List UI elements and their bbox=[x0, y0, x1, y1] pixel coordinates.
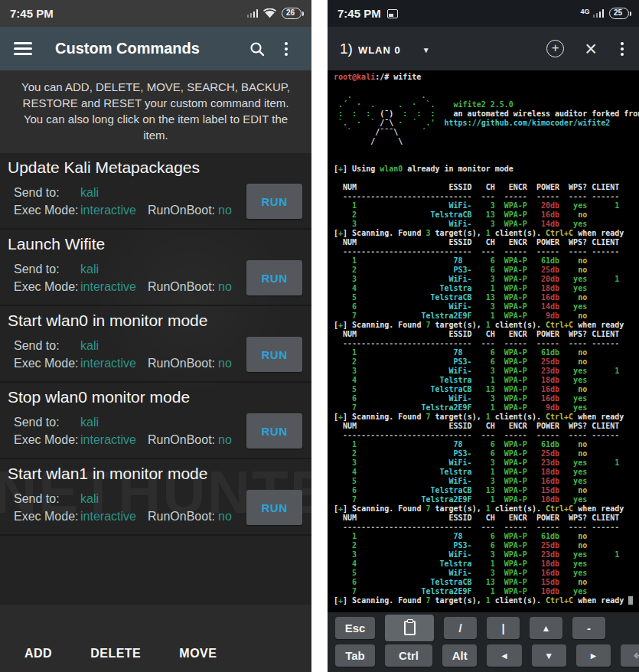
key-enter[interactable]: ↵ bbox=[621, 644, 639, 667]
key-paste[interactable] bbox=[385, 615, 434, 641]
run-button[interactable]: RUN bbox=[246, 337, 302, 372]
command-item[interactable]: Start wlan0 in monitor modeSend to:kaliE… bbox=[0, 306, 311, 383]
key-arrow-right[interactable]: ► bbox=[576, 644, 611, 667]
command-title: Start wlan1 in monitor mode bbox=[8, 465, 311, 483]
key-alt[interactable]: Alt bbox=[442, 644, 477, 667]
field-value-send-to: kali bbox=[80, 263, 148, 276]
search-icon[interactable] bbox=[246, 38, 269, 60]
close-session-icon[interactable]: × bbox=[585, 40, 597, 58]
signal-icon bbox=[593, 9, 605, 18]
terminal-line: 5 WiFi- 3 WPA-P 16db yes bbox=[334, 477, 639, 486]
menu-icon[interactable] bbox=[14, 42, 32, 55]
field-value-exec-mode: interactive bbox=[80, 204, 148, 217]
terminal-line: ` /¯¯¯\ ´ bbox=[334, 128, 639, 137]
terminal-line bbox=[334, 82, 639, 91]
terminal-line: 2 PS3- 6 WPA-P 25db no bbox=[334, 541, 639, 550]
run-button[interactable]: RUN bbox=[246, 490, 302, 525]
command-title: Update Kali Metapackages bbox=[8, 158, 311, 177]
command-item[interactable]: Stop wlan0 monitor modeSend to:kaliExec … bbox=[0, 383, 311, 459]
key-arrow-up[interactable]: ▲ bbox=[530, 617, 562, 639]
key-tab[interactable]: Tab bbox=[335, 644, 375, 667]
terminal-line: 3 WiFi- 3 WPA-P 23db yes 1 bbox=[334, 550, 639, 559]
field-value-exec-mode: interactive bbox=[80, 357, 148, 370]
custom-commands-screen: 7:45 PM 26 Custom Commands bbox=[0, 0, 311, 672]
field-label-send-to: Send to: bbox=[14, 492, 80, 506]
command-item[interactable]: Launch WifiteSend to:kaliExec Mode:inter… bbox=[0, 230, 311, 306]
key-esc[interactable]: Esc bbox=[335, 617, 375, 639]
terminal-line: 1 78 6 WPA-P 61db no bbox=[334, 440, 639, 449]
terminal-line: 4 Telstra 1 WPA-P 18db yes bbox=[334, 468, 639, 477]
field-value-exec-mode: interactive bbox=[80, 280, 148, 294]
terminal-line: 4 Telstra 1 WPA-P 18db yes bbox=[334, 284, 639, 293]
terminal-line: 1 78 6 WPA-P 61db no bbox=[334, 348, 639, 357]
field-value-run-on-boot: no bbox=[218, 280, 246, 294]
terminal-line: [+] Scanning. Found 7 target(s), 1 clien… bbox=[334, 504, 639, 514]
field-label-exec-mode: Exec Mode: bbox=[14, 433, 80, 447]
command-item[interactable]: Start wlan1 in monitor modeSend to:kaliE… bbox=[0, 459, 311, 536]
session-index: 1) bbox=[340, 41, 353, 57]
add-session-icon[interactable]: + bbox=[546, 40, 564, 57]
run-button[interactable]: RUN bbox=[246, 260, 302, 295]
key-pipe[interactable]: | bbox=[487, 617, 520, 639]
run-button[interactable]: RUN bbox=[246, 413, 302, 449]
app-bar: Custom Commands bbox=[0, 27, 311, 70]
add-button[interactable]: ADD bbox=[24, 647, 52, 661]
terminal-line: 3 WiFi- 3 WPA-P 14db yes bbox=[334, 220, 639, 229]
terminal-line: [+] Scanning. Found 7 target(s), 1 clien… bbox=[334, 321, 639, 330]
field-value-send-to: kali bbox=[80, 416, 148, 429]
wifi-icon bbox=[263, 8, 276, 18]
field-label-exec-mode: Exec Mode: bbox=[14, 357, 80, 370]
session-name: WLAN 0 bbox=[358, 44, 401, 56]
key-arrow-down[interactable]: ▼ bbox=[532, 644, 566, 667]
key-slash[interactable]: / bbox=[444, 617, 477, 639]
key-minus[interactable]: - bbox=[572, 617, 605, 639]
command-item[interactable]: Update Kali MetapackagesSend to:kaliExec… bbox=[0, 153, 311, 230]
pip-window-icon bbox=[387, 9, 398, 18]
screenshot-pair: 7:45 PM 26 Custom Commands bbox=[0, 0, 639, 672]
terminal-line: 5 TelstraCB 13 WPA-P 16db no bbox=[334, 293, 639, 302]
overflow-menu-icon[interactable] bbox=[618, 38, 627, 60]
terminal-screen: 7:45 PM 4G 25 1) WLAN 0 ▼ + × root@kali:… bbox=[328, 0, 639, 672]
terminal-line: / \ bbox=[334, 137, 639, 146]
terminal-line: NUM ESSID CH ENCR POWER WPS? CLIENT bbox=[334, 238, 639, 247]
terminal-line: ---------------------------- --- ----- -… bbox=[334, 339, 639, 348]
field-value-send-to: kali bbox=[80, 339, 148, 353]
terminal-line: [+] Scanning. Found 7 target(s), 1 clien… bbox=[334, 596, 639, 605]
page-title: Custom Commands bbox=[55, 40, 200, 57]
terminal-line: 6 WiFi- 3 WPA-P 14db yes bbox=[334, 302, 639, 312]
terminal-line: : : : (¯) : : : an automated wireless au… bbox=[334, 109, 639, 119]
command-title: Launch Wifite bbox=[8, 235, 311, 253]
delete-button[interactable]: DELETE bbox=[90, 647, 141, 661]
key-ctrl[interactable]: Ctrl bbox=[385, 644, 432, 667]
terminal-line: [+] Scanning. Found 7 target(s), 1 clien… bbox=[334, 413, 639, 422]
chevron-down-icon: ▼ bbox=[422, 46, 430, 54]
field-value-send-to: kali bbox=[80, 186, 148, 200]
battery-icon: 26 bbox=[282, 8, 302, 19]
terminal-line: 1 WiFi- 3 WPA-P 20db yes 1 bbox=[334, 201, 639, 210]
terminal-line bbox=[334, 174, 639, 183]
battery-icon: 25 bbox=[609, 8, 629, 19]
terminal-line: 3 WiFi- 3 WPA-P 23db yes 1 bbox=[334, 367, 639, 376]
run-button[interactable]: RUN bbox=[246, 184, 302, 219]
terminal-line: 2 PS3- 6 WPA-P 25db no bbox=[334, 449, 639, 458]
field-label-exec-mode: Exec Mode: bbox=[14, 510, 80, 524]
terminal-line: 1 78 6 WPA-P 61db no bbox=[334, 532, 639, 541]
overflow-menu-icon[interactable] bbox=[275, 38, 298, 60]
terminal-output[interactable]: root@kali:/# wifite . . .´ · . . · `. wi… bbox=[328, 70, 639, 612]
command-list: NETHUNTER Update Kali MetapackagesSend t… bbox=[0, 153, 311, 605]
terminal-tab-bar: 1) WLAN 0 ▼ + × bbox=[328, 27, 639, 70]
bottom-action-bar: ADDDELETEMOVE bbox=[0, 605, 311, 672]
field-label-run-on-boot: RunOnBoot: bbox=[148, 280, 218, 294]
key-arrow-left[interactable]: ◄ bbox=[487, 644, 521, 667]
clipboard-icon bbox=[404, 621, 416, 635]
move-button[interactable]: MOVE bbox=[179, 647, 217, 661]
session-selector[interactable]: 1) WLAN 0 ▼ bbox=[340, 41, 430, 57]
signal-icon bbox=[247, 9, 259, 18]
terminal-line: 2 PS3- 6 WPA-P 25db no bbox=[334, 266, 639, 275]
terminal-line: 6 TelstraCB 13 WPA-P 15db no bbox=[334, 578, 639, 587]
terminal-line: ---------------------------- --- ----- -… bbox=[334, 192, 639, 201]
field-value-exec-mode: interactive bbox=[80, 433, 148, 447]
terminal-line: 6 WiFi- 3 WPA-P 16db yes bbox=[334, 394, 639, 403]
field-label-run-on-boot: RunOnBoot: bbox=[148, 433, 218, 447]
field-value-send-to: kali bbox=[80, 492, 148, 506]
